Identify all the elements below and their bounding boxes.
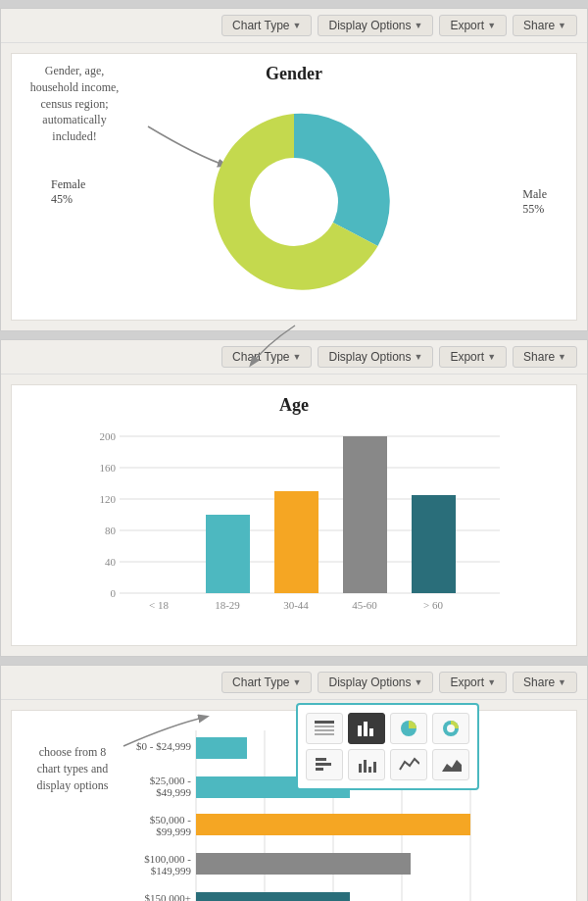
chevron-down-icon: ▼	[487, 21, 496, 30]
svg-rect-23	[315, 721, 334, 724]
svg-text:$50,000 -: $50,000 -	[150, 814, 192, 826]
ct-pie-icon[interactable]	[390, 713, 427, 744]
chart-type-dropdown	[296, 703, 479, 790]
toolbar-income: Chart Type ▼ Display Options ▼ Export ▼ …	[1, 666, 587, 700]
svg-text:40: 40	[105, 556, 117, 568]
svg-text:18-29: 18-29	[215, 599, 240, 611]
ct-area-icon[interactable]	[432, 749, 469, 780]
ct-vbar2-icon[interactable]	[348, 749, 385, 780]
ct-line-icon[interactable]	[390, 749, 427, 780]
svg-text:$99,999: $99,999	[156, 826, 191, 837]
svg-text:$0 - $24,999: $0 - $24,999	[136, 740, 191, 752]
chevron-down-icon: ▼	[558, 352, 566, 362]
share-btn-2[interactable]: Share ▼	[513, 346, 577, 368]
svg-text:120: 120	[100, 493, 117, 505]
chevron-down-icon: ▼	[293, 677, 302, 687]
export-btn-3[interactable]: Export ▼	[439, 672, 507, 693]
ct-hbar-icon[interactable]	[306, 749, 343, 780]
chevron-down-icon: ▼	[293, 352, 302, 362]
svg-rect-53	[196, 814, 470, 835]
svg-rect-21	[412, 495, 456, 593]
svg-rect-19	[343, 436, 387, 593]
svg-text:> 60: > 60	[423, 599, 443, 611]
toolbar-age: Chart Type ▼ Display Options ▼ Export ▼ …	[1, 340, 587, 375]
donut-chart	[196, 104, 392, 300]
share-btn-1[interactable]: Share ▼	[513, 15, 577, 36]
page-wrapper: Gender, age,household income,census regi…	[0, 0, 588, 901]
svg-text:30-44: 30-44	[283, 599, 309, 611]
svg-rect-29	[369, 728, 373, 736]
svg-text:< 18: < 18	[149, 599, 169, 611]
svg-text:$100,000 -: $100,000 -	[144, 853, 191, 865]
svg-rect-36	[359, 764, 362, 773]
svg-text:$25,000 -: $25,000 -	[150, 775, 192, 786]
donut-male-label: Male 55%	[522, 187, 547, 217]
svg-rect-15	[206, 515, 250, 593]
svg-text:$149,999: $149,999	[151, 865, 192, 876]
chevron-down-icon: ▼	[558, 677, 566, 687]
annotation-income: choose from 8chart types anddisplay opti…	[9, 744, 136, 793]
panel-income: choose from 8chart types anddisplay opti…	[0, 665, 588, 901]
chevron-down-icon: ▼	[487, 677, 496, 687]
export-btn-2[interactable]: Export ▼	[439, 346, 507, 368]
svg-rect-24	[315, 726, 334, 727]
chart-body-age: Age 200 160 120 80 40 0	[11, 384, 577, 646]
svg-rect-33	[316, 758, 326, 761]
chevron-down-icon: ▼	[415, 677, 423, 687]
svg-rect-34	[316, 763, 331, 766]
export-btn-1[interactable]: Export ▼	[439, 15, 507, 36]
svg-rect-58	[196, 892, 350, 901]
chevron-down-icon: ▼	[293, 21, 302, 30]
ct-bar-icon[interactable]	[348, 713, 385, 744]
svg-rect-17	[274, 491, 318, 593]
svg-text:200: 200	[100, 430, 117, 442]
svg-rect-39	[373, 762, 376, 773]
ct-donut-icon[interactable]	[432, 713, 469, 744]
svg-rect-26	[315, 733, 334, 735]
panel-gender: Gender, age,household income,census regi…	[0, 8, 588, 331]
svg-rect-37	[364, 760, 367, 773]
svg-rect-35	[316, 768, 323, 771]
chevron-down-icon: ▼	[558, 21, 566, 30]
svg-rect-28	[364, 722, 368, 736]
display-options-btn-1[interactable]: Display Options ▼	[318, 15, 433, 36]
svg-text:80: 80	[105, 525, 117, 536]
toolbar-gender: Chart Type ▼ Display Options ▼ Export ▼ …	[1, 9, 587, 43]
display-options-btn-3[interactable]: Display Options ▼	[318, 672, 433, 693]
age-chart-area: 200 160 120 80 40 0 < 18	[22, 425, 566, 635]
svg-point-32	[447, 725, 455, 732]
share-btn-3[interactable]: Share ▼	[513, 672, 577, 693]
svg-rect-25	[315, 729, 334, 731]
donut-container: Female 45% Male 55%	[22, 94, 566, 310]
chevron-down-icon: ▼	[487, 352, 496, 362]
chart-type-btn-2[interactable]: Chart Type ▼	[221, 346, 312, 368]
svg-rect-47	[196, 737, 247, 759]
chart-type-btn-3[interactable]: Chart Type ▼	[221, 672, 312, 693]
donut-female-label: Female 45%	[51, 177, 85, 207]
ct-table-icon[interactable]	[306, 713, 343, 744]
svg-rect-38	[368, 767, 371, 773]
svg-marker-40	[442, 760, 462, 772]
svg-text:45-60: 45-60	[352, 599, 377, 611]
svg-text:160: 160	[100, 462, 117, 474]
panel-age: Chart Type ▼ Display Options ▼ Export ▼ …	[0, 339, 588, 657]
chart-body-income: $0 - $24,999 $25,000 - $49,999 $50,000 -…	[11, 710, 577, 901]
age-bar-svg: 200 160 120 80 40 0 < 18	[31, 430, 557, 626]
svg-text:$150,000+: $150,000+	[145, 892, 191, 901]
svg-text:0: 0	[111, 587, 117, 599]
chart-title-age: Age	[22, 395, 566, 416]
svg-rect-56	[196, 853, 411, 875]
chevron-down-icon: ▼	[415, 352, 423, 362]
chart-type-btn-1[interactable]: Chart Type ▼	[221, 15, 312, 36]
svg-point-0	[250, 158, 338, 246]
svg-rect-27	[358, 726, 362, 736]
display-options-btn-2[interactable]: Display Options ▼	[318, 346, 433, 368]
chevron-down-icon: ▼	[415, 21, 423, 30]
svg-text:$49,999: $49,999	[156, 786, 191, 798]
